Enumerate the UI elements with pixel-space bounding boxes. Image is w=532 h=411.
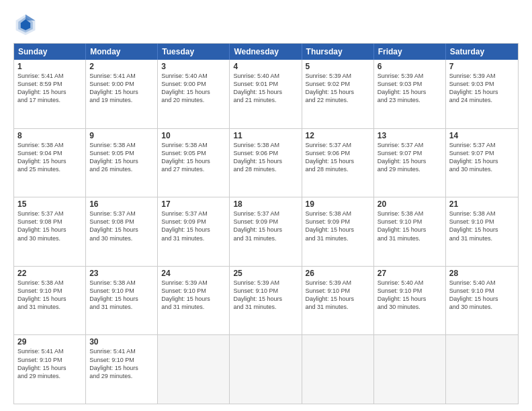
calendar-row: 29Sunrise: 5:41 AM Sunset: 9:10 PM Dayli… (14, 334, 518, 404)
day-number: 27 (378, 269, 442, 278)
day-info: Sunrise: 5:39 AM Sunset: 9:10 PM Dayligh… (233, 279, 298, 312)
calendar-cell: 9Sunrise: 5:38 AM Sunset: 9:05 PM Daylig… (86, 129, 158, 197)
calendar-cell: 30Sunrise: 5:41 AM Sunset: 9:10 PM Dayli… (86, 335, 158, 404)
day-number: 21 (449, 199, 515, 209)
day-info: Sunrise: 5:40 AM Sunset: 9:00 PM Dayligh… (161, 72, 226, 105)
day-number: 8 (17, 131, 82, 140)
day-number: 4 (233, 62, 298, 71)
calendar-cell: 19Sunrise: 5:38 AM Sunset: 9:09 PM Dayli… (302, 197, 374, 266)
day-info: Sunrise: 5:41 AM Sunset: 8:59 PM Dayligh… (17, 72, 82, 105)
day-info: Sunrise: 5:38 AM Sunset: 9:10 PM Dayligh… (17, 279, 82, 312)
day-number: 30 (89, 337, 154, 347)
day-info: Sunrise: 5:40 AM Sunset: 9:10 PM Dayligh… (378, 279, 442, 312)
day-number: 9 (89, 131, 154, 140)
day-info: Sunrise: 5:39 AM Sunset: 9:10 PM Dayligh… (306, 279, 370, 312)
day-number: 11 (233, 131, 298, 140)
header-day-sunday: Sunday (14, 44, 86, 60)
day-info: Sunrise: 5:38 AM Sunset: 9:06 PM Dayligh… (233, 141, 298, 174)
day-info: Sunrise: 5:38 AM Sunset: 9:10 PM Dayligh… (449, 210, 515, 242)
calendar-cell: 18Sunrise: 5:37 AM Sunset: 9:09 PM Dayli… (230, 197, 302, 266)
day-number: 19 (306, 199, 370, 209)
day-info: Sunrise: 5:38 AM Sunset: 9:09 PM Dayligh… (306, 210, 370, 242)
day-info: Sunrise: 5:41 AM Sunset: 9:10 PM Dayligh… (17, 347, 82, 380)
calendar-row: 1Sunrise: 5:41 AM Sunset: 8:59 PM Daylig… (14, 60, 518, 128)
calendar-cell: 27Sunrise: 5:40 AM Sunset: 9:10 PM Dayli… (374, 267, 446, 335)
day-info: Sunrise: 5:40 AM Sunset: 9:01 PM Dayligh… (233, 72, 298, 105)
calendar-cell: 23Sunrise: 5:38 AM Sunset: 9:10 PM Dayli… (86, 267, 158, 335)
day-info: Sunrise: 5:37 AM Sunset: 9:08 PM Dayligh… (89, 210, 154, 242)
day-info: Sunrise: 5:39 AM Sunset: 9:02 PM Dayligh… (306, 72, 370, 105)
header-day-wednesday: Wednesday (230, 44, 302, 60)
logo (13, 12, 40, 36)
calendar-cell: 15Sunrise: 5:37 AM Sunset: 9:08 PM Dayli… (14, 197, 86, 266)
day-number: 28 (449, 269, 515, 278)
calendar-cell: 1Sunrise: 5:41 AM Sunset: 8:59 PM Daylig… (14, 60, 86, 128)
day-number: 16 (89, 199, 154, 209)
day-number: 22 (17, 269, 82, 278)
day-number: 12 (306, 131, 370, 140)
day-number: 13 (378, 131, 442, 140)
header-day-thursday: Thursday (302, 44, 374, 60)
calendar-cell: 29Sunrise: 5:41 AM Sunset: 9:10 PM Dayli… (14, 335, 86, 404)
calendar-cell (158, 335, 230, 404)
calendar-cell: 7Sunrise: 5:39 AM Sunset: 9:03 PM Daylig… (446, 60, 518, 128)
day-number: 17 (161, 199, 226, 209)
calendar-cell: 26Sunrise: 5:39 AM Sunset: 9:10 PM Dayli… (302, 267, 374, 335)
calendar-cell: 22Sunrise: 5:38 AM Sunset: 9:10 PM Dayli… (14, 267, 86, 335)
day-number: 15 (17, 199, 82, 209)
calendar-row: 15Sunrise: 5:37 AM Sunset: 9:08 PM Dayli… (14, 197, 518, 266)
calendar-body: 1Sunrise: 5:41 AM Sunset: 8:59 PM Daylig… (14, 60, 518, 404)
calendar-cell: 4Sunrise: 5:40 AM Sunset: 9:01 PM Daylig… (230, 60, 302, 128)
header-day-saturday: Saturday (446, 44, 518, 60)
day-number: 10 (161, 131, 226, 140)
calendar-cell: 20Sunrise: 5:38 AM Sunset: 9:10 PM Dayli… (374, 197, 446, 266)
calendar-cell: 12Sunrise: 5:37 AM Sunset: 9:06 PM Dayli… (302, 129, 374, 197)
day-number: 2 (89, 62, 154, 71)
day-number: 3 (161, 62, 226, 71)
calendar-cell: 14Sunrise: 5:37 AM Sunset: 9:07 PM Dayli… (446, 129, 518, 197)
day-info: Sunrise: 5:38 AM Sunset: 9:10 PM Dayligh… (378, 210, 442, 242)
day-number: 23 (89, 269, 154, 278)
day-info: Sunrise: 5:37 AM Sunset: 9:09 PM Dayligh… (161, 210, 226, 242)
calendar-cell (446, 335, 518, 404)
day-number: 14 (449, 131, 515, 140)
day-info: Sunrise: 5:37 AM Sunset: 9:07 PM Dayligh… (378, 141, 442, 174)
day-number: 24 (161, 269, 226, 278)
day-number: 20 (378, 199, 442, 209)
day-info: Sunrise: 5:41 AM Sunset: 9:00 PM Dayligh… (89, 72, 154, 105)
calendar-header: SundayMondayTuesdayWednesdayThursdayFrid… (14, 44, 518, 60)
day-number: 1 (17, 62, 82, 71)
calendar-cell: 3Sunrise: 5:40 AM Sunset: 9:00 PM Daylig… (158, 60, 230, 128)
day-number: 25 (233, 269, 298, 278)
calendar-cell: 6Sunrise: 5:39 AM Sunset: 9:03 PM Daylig… (374, 60, 446, 128)
day-info: Sunrise: 5:39 AM Sunset: 9:03 PM Dayligh… (378, 72, 442, 105)
day-info: Sunrise: 5:37 AM Sunset: 9:08 PM Dayligh… (17, 210, 82, 242)
calendar-cell (230, 335, 302, 404)
day-info: Sunrise: 5:41 AM Sunset: 9:10 PM Dayligh… (89, 347, 154, 380)
day-number: 6 (378, 62, 442, 71)
day-info: Sunrise: 5:40 AM Sunset: 9:10 PM Dayligh… (449, 279, 515, 312)
calendar-row: 22Sunrise: 5:38 AM Sunset: 9:10 PM Dayli… (14, 266, 518, 335)
header-day-monday: Monday (86, 44, 158, 60)
calendar: SundayMondayTuesdayWednesdayThursdayFrid… (13, 43, 519, 404)
day-info: Sunrise: 5:38 AM Sunset: 9:04 PM Dayligh… (17, 141, 82, 174)
day-number: 29 (17, 337, 82, 347)
header-day-tuesday: Tuesday (158, 44, 230, 60)
calendar-cell: 8Sunrise: 5:38 AM Sunset: 9:04 PM Daylig… (14, 129, 86, 197)
svg-marker-3 (26, 15, 35, 21)
calendar-cell: 28Sunrise: 5:40 AM Sunset: 9:10 PM Dayli… (446, 267, 518, 335)
day-info: Sunrise: 5:38 AM Sunset: 9:05 PM Dayligh… (161, 141, 226, 174)
day-number: 18 (233, 199, 298, 209)
day-number: 5 (306, 62, 370, 71)
calendar-cell: 13Sunrise: 5:37 AM Sunset: 9:07 PM Dayli… (374, 129, 446, 197)
calendar-cell (374, 335, 446, 404)
page: SundayMondayTuesdayWednesdayThursdayFrid… (0, 0, 532, 411)
day-info: Sunrise: 5:39 AM Sunset: 9:10 PM Dayligh… (161, 279, 226, 312)
day-number: 26 (306, 269, 370, 278)
calendar-cell: 21Sunrise: 5:38 AM Sunset: 9:10 PM Dayli… (446, 197, 518, 266)
day-info: Sunrise: 5:38 AM Sunset: 9:10 PM Dayligh… (89, 279, 154, 312)
calendar-row: 8Sunrise: 5:38 AM Sunset: 9:04 PM Daylig… (14, 128, 518, 197)
calendar-cell: 17Sunrise: 5:37 AM Sunset: 9:09 PM Dayli… (158, 197, 230, 266)
calendar-cell: 2Sunrise: 5:41 AM Sunset: 9:00 PM Daylig… (86, 60, 158, 128)
header (13, 12, 519, 36)
